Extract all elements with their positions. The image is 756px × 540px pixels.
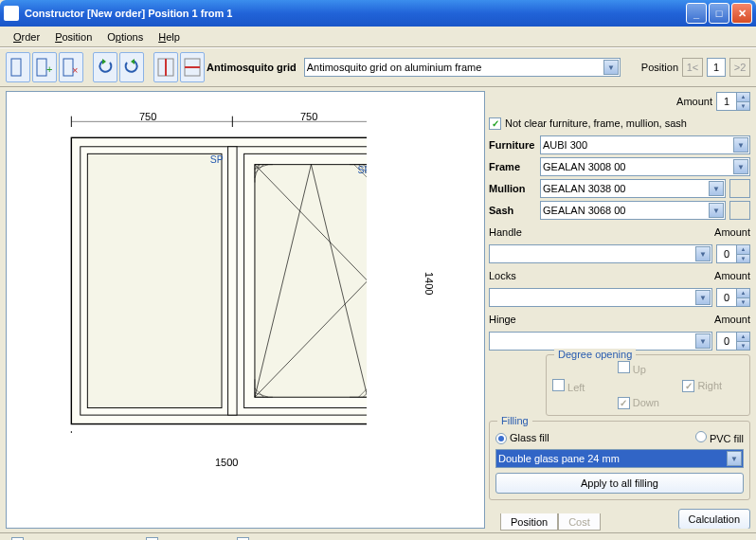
toolbar: + × Antimosquito grid Antimosquito grid … — [0, 47, 756, 87]
svg-rect-0 — [11, 59, 21, 76]
titlebar: Constructor [New order] Position 1 from … — [0, 0, 756, 27]
mullion-label: Mullion — [489, 183, 536, 194]
filling-group: Filling Glass fill PVC fill Double glass… — [489, 421, 750, 500]
handle-amount[interactable]: 0▲▼ — [716, 244, 750, 263]
dim-right-half: 750 — [300, 111, 317, 122]
window-title: Constructor [New order] Position 1 from … — [25, 8, 684, 19]
close-button[interactable]: ✕ — [731, 3, 752, 24]
bottom-tabs: Position Cost — [500, 513, 601, 531]
minimize-button[interactable]: _ — [686, 3, 707, 24]
position-next[interactable]: >2 — [729, 58, 750, 77]
amount-spinner[interactable]: 1▲▼ — [716, 92, 750, 111]
left-checkbox — [552, 379, 565, 391]
not-clear-label: Not clear furniture, frame, mullion, sas… — [505, 117, 687, 129]
svg-rect-23 — [87, 153, 222, 407]
mullion-select[interactable]: GEALAN 3038 00▼ — [540, 179, 726, 198]
bottom-options: Windowsill profile Adapter Filler slot g… — [0, 532, 756, 540]
frame-label: Frame — [489, 161, 536, 172]
drawing-canvas[interactable]: 750 750 1400 1500 — [6, 91, 485, 529]
antimosquito-label: Antimosquito grid — [207, 62, 297, 73]
tool-rotate-left[interactable] — [93, 52, 117, 82]
furniture-select[interactable]: AUBI 300▼ — [540, 135, 750, 154]
tool-mullion-h[interactable] — [180, 52, 205, 82]
position-prev[interactable]: 1< — [682, 58, 703, 77]
calculation-button[interactable]: Calculation — [678, 509, 750, 529]
sash-label: Sash — [489, 205, 536, 216]
antimosquito-select[interactable]: Antimosquito grid on aluminium frame▼ — [304, 58, 621, 77]
mullion-color[interactable] — [729, 179, 750, 198]
svg-text:+: + — [46, 63, 52, 75]
menu-order[interactable]: Order — [6, 29, 47, 45]
tool-frame-left[interactable] — [6, 52, 30, 82]
pvc-fill-radio[interactable] — [695, 431, 707, 442]
tab-cost[interactable]: Cost — [558, 513, 601, 531]
degree-opening-group: Degree opening Up Left ✓ Right ✓ Down — [546, 354, 750, 416]
tab-position[interactable]: Position — [500, 513, 558, 531]
amount-label: Amount — [676, 96, 712, 107]
sash-color[interactable] — [729, 201, 750, 220]
menu-options[interactable]: Options — [99, 29, 151, 45]
tool-mullion-v[interactable] — [153, 52, 178, 82]
tool-frame-add[interactable]: + — [32, 52, 57, 82]
position-current: 1 — [707, 58, 726, 77]
furniture-label: Furniture — [489, 139, 536, 151]
hinge-select[interactable]: ▼ — [489, 332, 712, 351]
locks-label: Locks — [489, 270, 516, 281]
hinge-amount[interactable]: 0▲▼ — [716, 332, 750, 351]
up-checkbox — [618, 361, 630, 373]
dim-height: 1400 — [423, 272, 435, 295]
svg-text:SP: SP — [210, 154, 224, 165]
right-checkbox: ✓ — [682, 380, 694, 392]
dim-width: 1500 — [215, 457, 238, 468]
locks-amount[interactable]: 0▲▼ — [716, 288, 750, 307]
tool-frame-remove[interactable]: × — [59, 52, 83, 82]
maximize-button[interactable]: □ — [709, 3, 729, 24]
apply-all-button[interactable]: Apply to all filling — [495, 473, 744, 494]
tool-rotate-right[interactable] — [119, 52, 144, 82]
svg-text:×: × — [72, 64, 78, 76]
handle-select[interactable]: ▼ — [489, 244, 712, 263]
hinge-label: Hinge — [489, 314, 516, 325]
menu-position[interactable]: Position — [47, 29, 99, 45]
svg-rect-1 — [37, 59, 46, 76]
frame-select[interactable]: GEALAN 3008 00▼ — [540, 157, 750, 176]
dim-left-half: 750 — [139, 111, 156, 122]
app-icon — [4, 6, 19, 21]
glass-select[interactable]: Double glass pane 24 mm▼ — [495, 449, 744, 468]
menu-help[interactable]: Help — [151, 29, 188, 45]
locks-select[interactable]: ▼ — [489, 288, 712, 307]
not-clear-checkbox[interactable]: ✓ — [489, 117, 501, 130]
window-frame-svg: SP SP — [45, 111, 367, 433]
svg-rect-22 — [228, 147, 237, 415]
properties-panel: Amount 1▲▼ ✓ Not clear furniture, frame,… — [489, 91, 750, 529]
glass-fill-radio[interactable] — [495, 433, 507, 444]
sash-select[interactable]: GEALAN 3068 00▼ — [540, 201, 726, 220]
svg-rect-26 — [255, 165, 367, 398]
down-checkbox: ✓ — [618, 397, 630, 409]
menubar: Order Position Options Help — [0, 27, 756, 47]
handle-label: Handle — [489, 226, 522, 238]
position-label: Position — [641, 62, 678, 73]
